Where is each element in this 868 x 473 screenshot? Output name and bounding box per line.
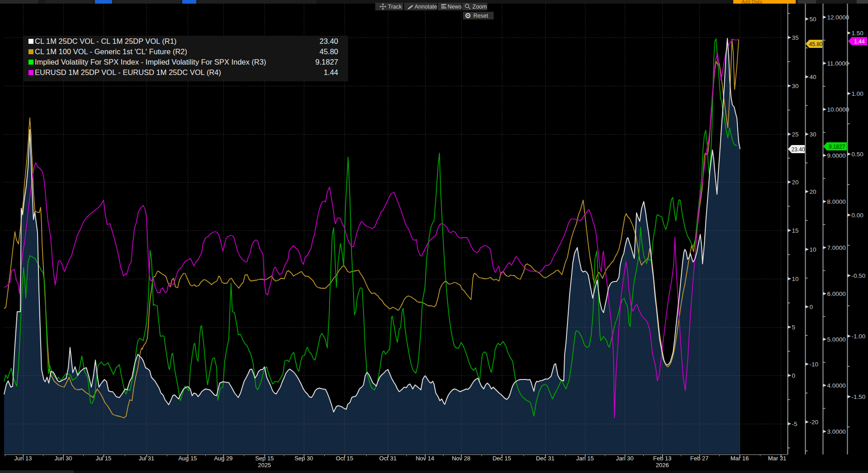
svg-text:Jan 30: Jan 30	[616, 455, 633, 462]
svg-text:0: 0	[792, 372, 796, 379]
svg-text:0.50: 0.50	[852, 151, 863, 158]
svg-text:10: 10	[810, 246, 816, 253]
svg-text:1.44: 1.44	[854, 38, 865, 45]
svg-text:30: 30	[810, 131, 816, 138]
svg-text:12.0000: 12.0000	[827, 14, 849, 21]
svg-text:5: 5	[792, 324, 796, 331]
svg-text:7.0000: 7.0000	[827, 244, 846, 251]
svg-text:2025: 2025	[258, 462, 271, 468]
svg-text:Nov 14: Nov 14	[415, 455, 434, 462]
svg-text:10.0000: 10.0000	[827, 106, 849, 113]
svg-text:5.0000: 5.0000	[827, 336, 846, 343]
svg-text:10: 10	[792, 276, 799, 282]
svg-text:11.0000: 11.0000	[827, 60, 849, 67]
svg-text:EURUSD 1M 25DP VOL - EURUSD 1M: EURUSD 1M 25DP VOL - EURUSD 1M 25DC VOL …	[35, 68, 221, 76]
svg-text:Jan 15: Jan 15	[576, 455, 594, 462]
svg-text:8.0000: 8.0000	[827, 198, 846, 205]
svg-text:Sep 30: Sep 30	[294, 455, 313, 462]
svg-text:Aug 29: Aug 29	[214, 455, 232, 462]
svg-text:Jul 31: Jul 31	[139, 455, 155, 462]
svg-text:50: 50	[810, 16, 816, 23]
svg-text:Track: Track	[388, 4, 402, 10]
svg-text:-1.00: -1.00	[852, 333, 866, 340]
svg-text:Annotate: Annotate	[415, 4, 437, 10]
svg-text:2026: 2026	[656, 462, 669, 468]
svg-text:20: 20	[810, 188, 816, 195]
svg-text:-20: -20	[810, 419, 819, 426]
svg-text:Nov 28: Nov 28	[452, 455, 470, 462]
svg-text:0.00: 0.00	[852, 212, 863, 219]
svg-text:Feb 27: Feb 27	[690, 455, 708, 462]
svg-text:Jul 15: Jul 15	[96, 455, 112, 462]
svg-text:Add Data: Add Data	[741, 0, 763, 5]
svg-text:Jun 30: Jun 30	[54, 455, 72, 462]
svg-text:45.80: 45.80	[320, 47, 338, 56]
svg-text:6.0000: 6.0000	[827, 290, 846, 297]
svg-text:-5: -5	[792, 421, 797, 427]
svg-text:CL 1M 100 VOL - Generic 1st 'C: CL 1M 100 VOL - Generic 1st 'CL' Future …	[35, 47, 187, 56]
svg-text:1.50: 1.50	[852, 30, 863, 37]
svg-text:Aug 15: Aug 15	[178, 455, 197, 462]
svg-text:30: 30	[792, 83, 799, 89]
svg-text:Mar 16: Mar 16	[731, 455, 749, 462]
svg-text:Dec 31: Dec 31	[536, 455, 554, 462]
svg-text:23.40: 23.40	[791, 146, 805, 153]
svg-text:9.1827: 9.1827	[829, 144, 845, 150]
svg-text:Mar 31: Mar 31	[768, 455, 786, 462]
svg-text:15: 15	[792, 227, 799, 234]
svg-text:3.0000: 3.0000	[827, 428, 846, 435]
svg-text:9.0000: 9.0000	[827, 152, 846, 159]
svg-text:20: 20	[792, 179, 799, 186]
svg-text:-10: -10	[810, 361, 819, 368]
svg-text:40: 40	[810, 74, 816, 80]
svg-text:Dec 15: Dec 15	[492, 455, 511, 462]
svg-text:1.00: 1.00	[852, 90, 863, 97]
svg-text:-0.50: -0.50	[852, 272, 866, 279]
svg-text:Jun 13: Jun 13	[14, 455, 32, 462]
svg-text:1.44: 1.44	[324, 68, 338, 76]
svg-text:CL 1M 25DC VOL - CL 1M 25DP VO: CL 1M 25DC VOL - CL 1M 25DP VOL (R1)	[35, 37, 177, 45]
svg-text:Reset: Reset	[473, 13, 488, 19]
svg-text:4.0000: 4.0000	[827, 382, 846, 389]
svg-text:Oct 31: Oct 31	[379, 455, 396, 462]
svg-text:Zoom: Zoom	[472, 4, 487, 10]
svg-text:35: 35	[792, 34, 799, 41]
svg-text:Sep 15: Sep 15	[255, 455, 274, 462]
svg-text:Oct 15: Oct 15	[336, 455, 353, 462]
svg-text:23.40: 23.40	[320, 37, 338, 45]
svg-text:News: News	[448, 4, 462, 10]
svg-text:0: 0	[810, 304, 813, 310]
svg-text:Implied Volatility For SPX Ind: Implied Volatility For SPX Index - Impli…	[35, 58, 266, 66]
svg-text:25: 25	[792, 131, 799, 138]
svg-text:9.1827: 9.1827	[316, 58, 338, 66]
svg-text:Feb 13: Feb 13	[653, 455, 671, 462]
svg-text:45.80: 45.80	[809, 41, 822, 47]
svg-text:-1.50: -1.50	[852, 393, 866, 400]
